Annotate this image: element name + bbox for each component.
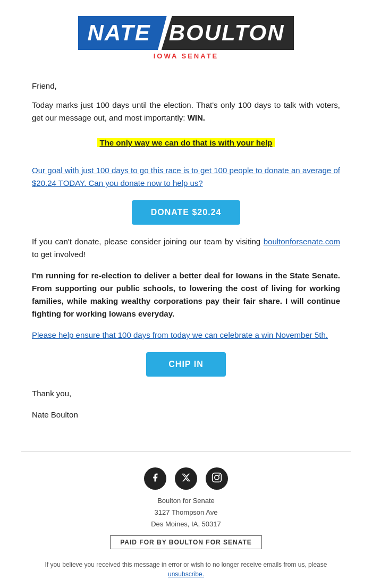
x-twitter-icon[interactable]	[175, 467, 197, 490]
join-paragraph: If you can't donate, please consider joi…	[32, 235, 340, 261]
svg-rect-0	[213, 473, 222, 482]
donate-button[interactable]: DONATE $20.24	[132, 200, 241, 225]
join-text-before: If you can't donate, please consider joi…	[32, 237, 260, 246]
email-container: NATE BOULTON IOWA SENATE Friend, Today m…	[0, 0, 372, 588]
chip-in-button-wrapper: CHIP IN	[32, 352, 340, 377]
highlight-text: The only way we can do that is with your…	[97, 138, 274, 147]
chip-in-button[interactable]: CHIP IN	[146, 352, 225, 377]
intro-paragraph: Today marks just 100 days until the elec…	[32, 99, 340, 124]
goal-paragraph: Our goal with just 100 days to go this r…	[32, 164, 340, 190]
logo-nate: NATE	[78, 16, 167, 50]
disclaimer-text: If you believe you received this message…	[45, 561, 327, 568]
instagram-symbol	[212, 472, 222, 485]
svg-point-1	[215, 475, 219, 479]
highlight-wrapper: The only way we can do that is with your…	[32, 133, 340, 156]
paid-for-box: PAID FOR BY BOULTON FOR SENATE	[110, 535, 262, 549]
unsubscribe-text: unsubscribe.	[168, 570, 204, 578]
intro-text: Today marks just 100 days until the elec…	[32, 100, 340, 122]
goal-text: Our goal with just 100 days to go this r…	[32, 166, 340, 188]
address-line2: Des Moines, IA, 50317	[11, 518, 361, 530]
svg-point-2	[218, 474, 220, 476]
logo-boulton: BOULTON	[162, 16, 294, 50]
divider	[21, 451, 351, 451]
win-bold: WIN.	[188, 113, 205, 122]
signature: Nate Boulton	[32, 408, 340, 421]
thank-you: Thank you,	[32, 387, 340, 400]
celebrate-link[interactable]: Please help ensure that 100 days from to…	[32, 330, 328, 339]
website-text: boultonforsenate.com	[264, 237, 340, 246]
footer-disclaimer: If you believe you received this message…	[11, 560, 361, 579]
logo-box: NATE BOULTON	[78, 16, 294, 50]
org-name: Boulton for Senate	[11, 495, 361, 507]
facebook-icon[interactable]	[144, 467, 166, 490]
greeting: Friend,	[32, 81, 340, 90]
footer: Boulton for Senate 3127 Thompson Ave Des…	[0, 462, 372, 584]
join-text-after: to get involved!	[32, 250, 86, 259]
goal-link[interactable]: Our goal with just 100 days to go this r…	[32, 166, 340, 188]
footer-org: Boulton for Senate 3127 Thompson Ave Des…	[11, 495, 361, 530]
celebrate-text: Please help ensure that 100 days from to…	[32, 330, 328, 339]
social-icons	[11, 467, 361, 490]
unsubscribe-link[interactable]: unsubscribe.	[168, 570, 204, 578]
x-symbol	[181, 473, 191, 484]
logo-container: NATE BOULTON IOWA SENATE	[78, 16, 294, 60]
donate-button-wrapper: DONATE $20.24	[32, 200, 340, 225]
main-content: Friend, Today marks just 100 days until …	[0, 71, 372, 440]
mission-paragraph: I'm running for re-election to deliver a…	[32, 269, 340, 320]
paid-for-text: PAID FOR BY BOULTON FOR SENATE	[120, 539, 252, 546]
logo-subtitle: IOWA SENATE	[78, 52, 294, 60]
website-link[interactable]: boultonforsenate.com	[264, 237, 340, 246]
header: NATE BOULTON IOWA SENATE	[0, 0, 372, 71]
facebook-symbol	[150, 472, 160, 485]
instagram-icon[interactable]	[206, 467, 228, 490]
celebrate-paragraph: Please help ensure that 100 days from to…	[32, 329, 340, 342]
address-line1: 3127 Thompson Ave	[11, 507, 361, 518]
